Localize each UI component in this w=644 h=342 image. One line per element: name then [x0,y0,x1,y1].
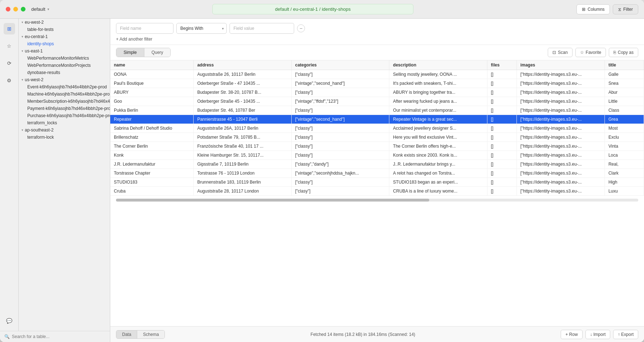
cell-description: Here you will find exclusive Vint... [389,133,487,142]
statusbar-actions: + Row ↓ Import ↑ Export [561,330,638,339]
copy-as-label: Copy as [618,50,634,55]
favorite-button[interactable]: ☆ Favorite [575,48,606,57]
table-row[interactable]: BrillenschatzPotsdamer Straße 79, 10785 … [110,133,644,142]
cell-images: ["https://identity-images.s3.eu-... [516,187,604,196]
export-button[interactable]: ↑ Export [613,330,638,339]
table-row[interactable]: GooOderberger Straße 45 - 10435 ...["vin… [110,97,644,106]
add-row-button[interactable]: + Row [561,330,582,339]
filter-button[interactable]: ⧖ Filter [613,4,638,14]
sidebar-table-event[interactable]: Event-k6h6yiasojhb7hd46x4lbbh2pe-prod [19,83,110,91]
minimize-button[interactable] [13,7,18,11]
table-row[interactable]: CrubaAuguststraße 28, 10117 London["clas… [110,187,644,196]
cell-address: Oderberger Straße 45 - 10435 ... [194,97,292,106]
data-table: name address categories description file… [110,60,644,196]
table-row[interactable]: Sabrina Dehoff / Dehoff StudioAuguststra… [110,124,644,133]
cell-categories: ["classy","dandy"] [291,160,389,169]
cell-images: ["https://identity-images.s3.eu-... [516,160,604,169]
chevron-down-icon: ▾ [22,128,23,132]
filter-field-input[interactable] [116,23,173,34]
sidebar: ⊞ ☆ ⟳ ⚙ 💬 ▾ eu-west-2 table-for-tests [0,19,110,342]
sidebar-icon-tables[interactable]: ⊞ [4,23,15,34]
cell-categories: ["vintage","second_hand"] [291,115,389,124]
table-row[interactable]: ABURYBudapester Str. 38-20, 10787 B...["… [110,88,644,97]
chevron-down-icon: ▾ [22,78,23,82]
cell-name: STUDIO183 [110,178,194,187]
tab-query[interactable]: Query [144,48,171,57]
remove-filter-button[interactable]: − [297,24,305,32]
table-row[interactable]: OONAAuguststraße 26, 10117 Berlin["class… [110,70,644,79]
sidebar-table-machine[interactable]: Machine-k6h6yiasojhb7hd46x4lbbh2pe-prod [19,91,110,98]
col-header-name: name [110,60,194,70]
table-row[interactable]: The Corner BerlinFranzösische Straße 40,… [110,142,644,151]
table-row[interactable]: Torstrasse ChapterTorstrasse 76 - 10119 … [110,169,644,178]
sidebar-table-payment[interactable]: Payment-k6h6yiasojhb7hd46x4lbbh2pe-prod [19,105,110,112]
maximize-button[interactable] [21,7,26,11]
data-table-container: name address categories description file… [110,60,644,326]
sidebar-region-ap-southeast-2[interactable]: ▾ ap-southeast-2 [19,126,110,134]
filter-label: Filter [623,7,633,12]
cell-files: [] [487,79,516,88]
cell-categories: ["classy"] [291,142,389,151]
cell-categories: ["vintage","ffdsf","123"] [291,97,389,106]
cell-description: ABURY is bringing together tra... [389,88,487,97]
close-button[interactable] [6,7,10,11]
favorite-label: Favorite [586,50,601,55]
filter-value-input[interactable] [230,23,294,34]
cell-images: ["https://identity-images.s3.eu-... [516,169,604,178]
cell-description: Acclaimed jewellery designer S... [389,124,487,133]
table-row[interactable]: KonkKleine Hamburger Str. 15, 10117...["… [110,151,644,160]
horizontal-scrollbar[interactable] [116,199,638,202]
sidebar-table-webperformancemonitorprojects[interactable]: WebPerformanceMonitorProjects [19,62,110,69]
cell-title: Most [604,124,644,133]
sidebar-icon-settings[interactable]: ⚙ [4,75,15,86]
sidebar-table-purchase[interactable]: Purchase-k6h6yiasojhb7hd46x4lbbh2pe-prod [19,112,110,119]
sidebar-table-table-for-tests[interactable]: table-for-tests [19,26,110,33]
sidebar-region-eu-west-2[interactable]: ▾ eu-west-2 [19,19,110,26]
sidebar-table-membersubscription[interactable]: MemberSubscription-k6h6yiasojhb7hd46x4lb… [19,98,110,105]
cell-images: ["https://identity-images.s3.eu-... [516,70,604,79]
table-row[interactable]: Paul's BoutiqueOderberger Straße - 47 10… [110,79,644,88]
sidebar-table-terraform-lock[interactable]: terraform-lock [19,134,110,141]
statusbar-tab-schema[interactable]: Schema [137,331,165,338]
search-input[interactable] [12,334,106,339]
import-button[interactable]: ↓ Import [585,330,610,339]
main-layout: ⊞ ☆ ⟳ ⚙ 💬 ▾ eu-west-2 table-for-tests [0,19,644,342]
statusbar-tab-data[interactable]: Data [116,331,137,338]
sidebar-icon-history[interactable]: ⟳ [4,57,15,69]
sidebar-icon-favorites[interactable]: ☆ [4,40,15,52]
search-icon: 🔍 [4,334,10,339]
cell-files: [] [487,124,516,133]
cell-files: [] [487,187,516,196]
tab-simple[interactable]: Simple [116,48,144,57]
cell-images: ["https://identity-images.s3.eu-... [516,88,604,97]
scrollbar-thumb[interactable] [116,199,429,202]
sidebar-table-terraform-locks[interactable]: terraform_locks [19,119,110,126]
workspace-dropdown[interactable]: default ▾ [31,6,49,12]
cell-address: Oderberger Straße - 47 10435 ... [194,79,292,88]
sidebar-table-webperformancemonitormetrics[interactable]: WebPerformanceMonitorMetrics [19,55,110,62]
copy-as-button[interactable]: ⎘ Copy as [609,48,638,57]
table-row[interactable]: J.R. LedermanufakturGipsstraße 7, 10119 … [110,160,644,169]
cell-files: [] [487,97,516,106]
filter-operator-select[interactable]: Begins With Contains Equals [176,23,227,34]
sidebar-region-us-west-2[interactable]: ▾ us-west-2 [19,76,110,83]
cell-files: [] [487,115,516,124]
sidebar-table-identity-shops[interactable]: identity-shops [19,40,110,47]
columns-button[interactable]: ⊞ Columns [576,4,610,14]
cell-name: Cruba [110,187,194,196]
table-row[interactable]: Pukka BerlinBudapester Str. 46, 10787 Be… [110,106,644,115]
cell-address: Torstrasse 76 - 10119 London [194,169,292,178]
cell-title: Luxu [604,187,644,196]
scan-button[interactable]: ⊡ Scan [548,48,572,57]
sidebar-region-us-east-1[interactable]: ▾ us-east-1 [19,47,110,55]
content-area: Begins With Contains Equals − + Add anot… [110,19,644,342]
add-filter-button[interactable]: + Add another filter [116,37,152,42]
cell-name: Pukka Berlin [110,106,194,115]
sidebar-region-eu-central-1[interactable]: ▾ eu-central-1 [19,33,110,40]
sidebar-table-dynobase-results[interactable]: dynobase-results [19,69,110,76]
sidebar-icon-chat[interactable]: 💬 [4,315,15,327]
sidebar-icon-rail: ⊞ ☆ ⟳ ⚙ 💬 [0,19,19,331]
cell-address: Französische Straße 40, 101 17 ... [194,142,292,151]
table-row[interactable]: STUDIO183Brunnenstraße 183, 10119 Berlin… [110,178,644,187]
table-row[interactable]: RepeaterPannierstrasse 45 - 12047 Berli[… [110,115,644,124]
